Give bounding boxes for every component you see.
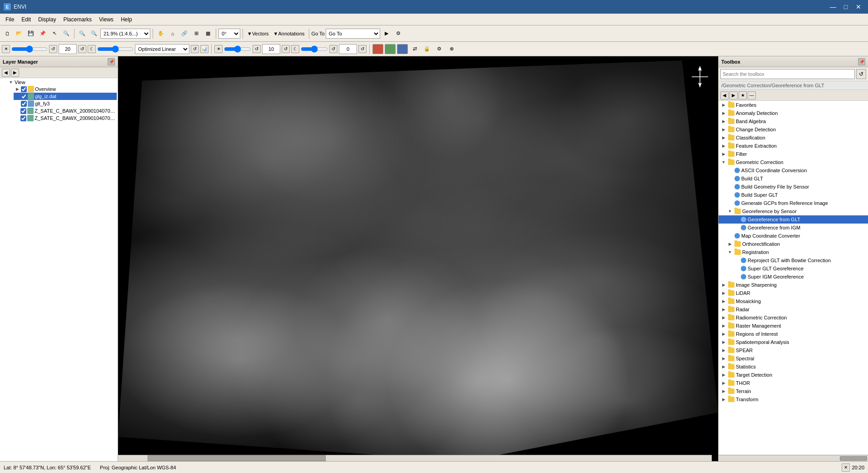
filter-toggle[interactable]: ▶ [720, 151, 727, 157]
tree-item-overview[interactable]: ▶ Overview [14, 85, 117, 93]
menu-edit[interactable]: Edit [18, 15, 35, 24]
tree-filter[interactable]: ▶ Filter [719, 150, 868, 158]
tree-spatiotemporal[interactable]: ▶ Spatiotemporal Analysis [719, 338, 868, 346]
maximize-button[interactable]: □ [840, 2, 852, 11]
refresh-brightness2[interactable]: ↺ [78, 45, 86, 53]
collapse-all[interactable]: ◀ [2, 69, 10, 77]
toolbox-star[interactable]: ★ [739, 91, 747, 100]
tree-target-detection[interactable]: ▶ Target Detection [719, 371, 868, 379]
tree-generate-gcps[interactable]: Generate GCPs from Reference Image [719, 199, 868, 207]
home-button[interactable]: ⌂ [167, 28, 178, 40]
tree-build-glt[interactable]: Build GLT [719, 174, 868, 183]
histogram-button[interactable]: 📊 [200, 45, 208, 53]
lock-button[interactable]: 🔒 [422, 43, 432, 55]
open-button[interactable]: 📂 [14, 28, 25, 40]
tree-favorites[interactable]: ▶ Favorites [719, 101, 868, 109]
more-button[interactable]: ⊕ [446, 43, 457, 55]
tree-feature-extraction[interactable]: ▶ Feature Extraction [719, 142, 868, 150]
h-scrollbar[interactable] [118, 455, 712, 461]
toolbox-back[interactable]: ◀ [720, 91, 729, 100]
tree-ascii-coord[interactable]: ASCII Coordinate Conversion [719, 166, 868, 174]
favorites-toggle[interactable]: ▶ [720, 102, 727, 108]
tree-georef-sensor[interactable]: ▼ Georeference by Sensor [719, 207, 868, 215]
spatiotemporal-toggle[interactable]: ▶ [720, 339, 727, 345]
regions-toggle[interactable]: ▶ [720, 331, 727, 337]
zoom-out-button[interactable]: 🔍 [89, 28, 99, 40]
expand-all[interactable]: ▶ [11, 69, 19, 77]
zsate2-toggle[interactable] [15, 115, 20, 121]
tree-georef-glt[interactable]: Georeference from GLT [719, 215, 868, 224]
feature-extraction-toggle[interactable]: ▶ [720, 143, 727, 149]
tree-raster-mgmt[interactable]: ▶ Raster Management [719, 322, 868, 330]
zsate2-checkbox[interactable] [20, 115, 26, 121]
rgb-blue-button[interactable] [397, 44, 408, 54]
menu-help[interactable]: Help [117, 15, 136, 24]
status-close-button[interactable]: ✕ [842, 463, 850, 472]
overview-toggle[interactable]: ▶ [15, 86, 20, 92]
tree-mosaicking[interactable]: ▶ Mosaicking [719, 297, 868, 305]
save-button[interactable]: 💾 [25, 28, 36, 40]
tree-item-zsate1[interactable]: Z_SATE_C_BAWX_20090104070730_ [14, 107, 117, 115]
spectral-toggle[interactable]: ▶ [720, 355, 727, 362]
tree-thor[interactable]: ▶ THOR [719, 379, 868, 387]
h-scrollbar-thumb[interactable] [148, 455, 326, 461]
settings2-button[interactable]: ⚙ [434, 43, 445, 55]
tree-regions[interactable]: ▶ Regions of Interest [719, 330, 868, 338]
target-detection-toggle[interactable]: ▶ [720, 372, 727, 378]
tree-item-glt-fy3[interactable]: glt_fy3 [14, 100, 117, 107]
lidar-toggle[interactable]: ▶ [720, 290, 727, 296]
zoom-select[interactable]: 21.9% (1:4.6...) [100, 29, 150, 39]
registration-toggle[interactable]: ▼ [727, 249, 733, 255]
tree-georef-igm[interactable]: Georeference from IGM [719, 224, 868, 232]
view-toggle[interactable]: ▼ [8, 80, 14, 85]
glg-toggle[interactable] [15, 94, 20, 99]
refresh2[interactable]: ↺ [253, 45, 261, 53]
menu-display[interactable]: Display [35, 15, 60, 24]
radar-toggle[interactable]: ▶ [720, 306, 727, 313]
rgb-red-button[interactable] [372, 44, 383, 54]
tree-reproject-glt[interactable]: Reproject GLT with Bowtie Correction [719, 256, 868, 264]
toolbox-scrollbar[interactable] [719, 455, 868, 461]
tree-image-sharpening[interactable]: ▶ Image Sharpening [719, 281, 868, 289]
tree-orthorect[interactable]: ▶ Orthorectification [719, 240, 868, 248]
gamma-slider[interactable] [224, 46, 251, 52]
zsate1-checkbox[interactable] [20, 108, 26, 114]
zoom-in-button[interactable]: 🔍 [77, 28, 88, 40]
spear-toggle[interactable]: ▶ [720, 347, 727, 354]
statistics-toggle[interactable]: ▶ [720, 363, 727, 370]
search-input[interactable] [720, 69, 855, 79]
contrast-input[interactable]: 10 [262, 44, 280, 54]
vectors-button[interactable]: ▼ Vectors [245, 28, 271, 40]
gamma-input[interactable]: 0 [339, 44, 357, 54]
pan-button[interactable]: ✋ [155, 28, 166, 40]
glg-checkbox[interactable] [21, 94, 27, 100]
zsate1-toggle[interactable] [15, 108, 20, 114]
classification-toggle[interactable]: ▶ [720, 134, 727, 141]
goto-go-button[interactable]: ▶ [381, 28, 392, 40]
orthorect-toggle[interactable]: ▶ [727, 241, 733, 247]
minimize-button[interactable]: — [827, 2, 839, 11]
tree-build-super-glt[interactable]: Build Super GLT [719, 191, 868, 199]
toolbox-scrollbar-thumb[interactable] [840, 456, 867, 461]
tree-spear[interactable]: ▶ SPEAR [719, 346, 868, 354]
raster-mgmt-toggle[interactable]: ▶ [720, 323, 727, 329]
tree-spectral[interactable]: ▶ Spectral [719, 354, 868, 363]
rgb-green-button[interactable] [385, 44, 396, 54]
change-detection-toggle[interactable]: ▶ [720, 126, 727, 133]
annotations-button[interactable]: ▼ Annotations [272, 28, 307, 40]
glt-toggle[interactable] [15, 101, 20, 106]
tree-radiometric[interactable]: ▶ Radiometric Correction [719, 314, 868, 322]
satellite-view[interactable]: N [118, 56, 718, 461]
contrast-slider[interactable] [97, 46, 134, 52]
tree-item-glg-iz[interactable]: glg_iz.dat [14, 93, 117, 100]
image-sharpening-toggle[interactable]: ▶ [720, 282, 727, 288]
menu-views[interactable]: Views [95, 15, 117, 24]
tree-statistics[interactable]: ▶ Statistics [719, 363, 868, 371]
tree-terrain[interactable]: ▶ Terrain [719, 387, 868, 395]
refresh3[interactable]: ↺ [282, 45, 290, 53]
close-button[interactable]: ✕ [853, 2, 864, 11]
settings-button[interactable]: ⚙ [393, 28, 404, 40]
brightness-slider[interactable] [11, 46, 48, 52]
toolbox-forward[interactable]: ▶ [729, 91, 738, 100]
terrain-toggle[interactable]: ▶ [720, 388, 727, 394]
